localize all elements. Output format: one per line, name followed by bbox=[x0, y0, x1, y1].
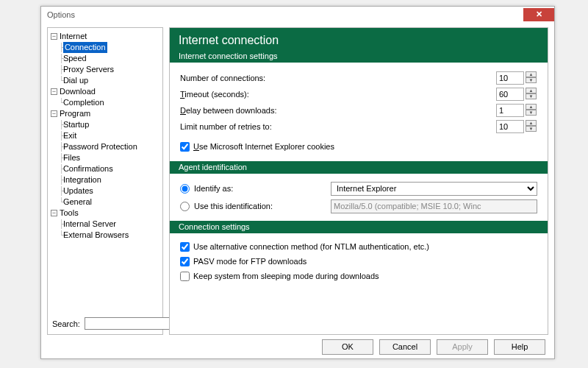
delay-label: Delay between downloads: bbox=[180, 106, 496, 115]
tree-item-startup[interactable]: ├ Startup bbox=[51, 119, 159, 130]
titlebar: Options ✕ bbox=[41, 7, 554, 23]
ok-button[interactable]: OK bbox=[322, 339, 373, 355]
spin-down-icon[interactable]: ▼ bbox=[526, 77, 537, 83]
delay-input[interactable] bbox=[496, 104, 524, 117]
retries-input[interactable] bbox=[496, 120, 524, 133]
collapse-icon[interactable]: − bbox=[51, 210, 57, 216]
close-button[interactable]: ✕ bbox=[523, 8, 554, 21]
tree-item-program[interactable]: − Program bbox=[51, 108, 159, 119]
spin-up-icon[interactable]: ▲ bbox=[526, 104, 537, 110]
tree-item-exit[interactable]: ├ Exit bbox=[51, 130, 159, 141]
tree-item-general[interactable]: └ General bbox=[51, 197, 159, 208]
tree-item-integration[interactable]: ├ Integration bbox=[51, 174, 159, 185]
alt-connection-checkbox[interactable] bbox=[180, 242, 190, 252]
tree-item-confirmations[interactable]: ├ Confirmations bbox=[51, 163, 159, 174]
tree-item-download[interactable]: − Download bbox=[51, 86, 159, 97]
section-header-agent: Agent identification bbox=[170, 161, 548, 174]
settings-panel: Internet connection Internet connection … bbox=[169, 27, 548, 335]
tree-item-files[interactable]: ├ Files bbox=[51, 152, 159, 163]
tree-item-password[interactable]: ├ Password Protection bbox=[51, 141, 159, 152]
search-label: Search: bbox=[52, 319, 80, 328]
timeout-label: Timeout (seconds): bbox=[180, 90, 496, 99]
custom-id-label: Use this identification: bbox=[194, 202, 326, 210]
tree-item-completion[interactable]: └ Completion bbox=[51, 97, 159, 108]
identify-as-label: Identify as: bbox=[194, 184, 326, 193]
tree-item-speed[interactable]: ├ Speed bbox=[51, 53, 159, 64]
identify-as-radio[interactable] bbox=[180, 184, 190, 194]
window-title: Options bbox=[47, 10, 523, 19]
apply-button[interactable]: Apply bbox=[437, 339, 488, 355]
tree-item-connection[interactable]: ├ Connection bbox=[51, 42, 159, 53]
tree-item-dialup[interactable]: └ Dial up bbox=[51, 75, 159, 86]
collapse-icon[interactable]: − bbox=[51, 88, 57, 95]
custom-id-radio[interactable] bbox=[180, 202, 190, 211]
category-tree: − Internet ├ Connection ├ Speed ├ Proxy … bbox=[51, 31, 159, 314]
dialog-footer: OK Cancel Apply Help bbox=[41, 335, 554, 358]
pasv-label: PASV mode for FTP downloads bbox=[193, 257, 306, 266]
page-title: Internet connection bbox=[170, 28, 548, 50]
tree-item-updates[interactable]: ├ Updates bbox=[51, 185, 159, 197]
use-ie-cookies-checkbox[interactable] bbox=[180, 142, 190, 152]
category-sidebar: − Internet ├ Connection ├ Speed ├ Proxy … bbox=[47, 27, 163, 335]
tree-item-internal-server[interactable]: ├ Internal Server bbox=[51, 219, 159, 230]
section-header-connsettings: Connection settings bbox=[170, 221, 548, 233]
collapse-icon[interactable]: − bbox=[51, 33, 57, 40]
spin-down-icon[interactable]: ▼ bbox=[526, 126, 537, 132]
section-header-connection: Internet connection settings bbox=[170, 50, 548, 63]
options-window: Options ✕ − Internet ├ Connection ├ Spee… bbox=[40, 6, 555, 359]
num-connections-label: Number of connections: bbox=[180, 74, 496, 82]
help-button[interactable]: Help bbox=[494, 339, 545, 355]
spin-up-icon[interactable]: ▲ bbox=[526, 71, 537, 77]
keep-awake-checkbox[interactable] bbox=[180, 272, 190, 281]
spin-up-icon[interactable]: ▲ bbox=[526, 88, 537, 93]
tree-item-internet[interactable]: − Internet bbox=[51, 31, 159, 42]
alt-connection-label: Use alternative connection method (for N… bbox=[193, 242, 429, 251]
retries-label: Limit number of retries to: bbox=[180, 122, 496, 131]
pasv-checkbox[interactable] bbox=[180, 257, 190, 266]
keep-awake-label: Keep system from sleeping mode during do… bbox=[193, 272, 379, 280]
spin-down-icon[interactable]: ▼ bbox=[526, 93, 537, 99]
tree-item-external-browsers[interactable]: └ External Browsers bbox=[51, 230, 159, 241]
spin-up-icon[interactable]: ▲ bbox=[526, 120, 537, 126]
num-connections-input[interactable] bbox=[496, 71, 524, 85]
tree-item-proxy[interactable]: ├ Proxy Servers bbox=[51, 64, 159, 75]
collapse-icon[interactable]: − bbox=[51, 110, 57, 117]
identify-as-select[interactable]: Internet Explorer bbox=[331, 182, 537, 196]
spin-down-icon[interactable]: ▼ bbox=[526, 110, 537, 116]
use-ie-cookies-label: Use Microsoft Internet Explorer cookies bbox=[193, 142, 334, 151]
tree-item-tools[interactable]: − Tools bbox=[51, 208, 159, 219]
custom-id-input[interactable] bbox=[331, 199, 537, 213]
cancel-button[interactable]: Cancel bbox=[379, 339, 431, 355]
timeout-input[interactable] bbox=[496, 88, 524, 101]
